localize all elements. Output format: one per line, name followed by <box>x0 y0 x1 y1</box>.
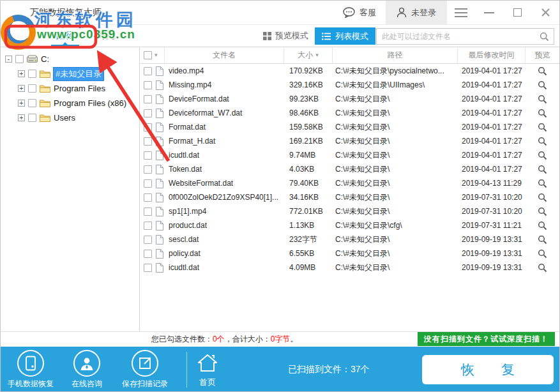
preview-magnifier-icon[interactable] <box>538 151 547 160</box>
table-row[interactable]: icudtl.dat 9.74MB C:\#未知父目录\ 2019-04-01 … <box>140 148 559 162</box>
tab-path[interactable]: 路径 <box>53 25 77 47</box>
tree-checkbox[interactable] <box>28 84 36 93</box>
app-title: 万能数据恢复大师 <box>30 7 102 19</box>
customer-service-button[interactable]: 客服 <box>333 1 386 24</box>
file-size: 99.23KB <box>284 94 333 103</box>
table-row[interactable]: video.mp4 170.92KB C:\#未知父目录\pysocialnet… <box>140 64 559 78</box>
col-header-name[interactable]: 文件名 <box>165 47 284 63</box>
maximize-button[interactable] <box>503 1 531 24</box>
select-all-checkbox[interactable] <box>144 51 152 59</box>
online-consult-button[interactable]: 在线咨询 <box>61 350 113 389</box>
table-row[interactable]: sp1[1].mp4 772.01KB C:\#未知父目录\ 2019-07-3… <box>140 204 559 218</box>
table-row[interactable]: Format_H.dat 169.21KB C:\#未知父目录\ 2019-04… <box>140 134 559 148</box>
tab-type[interactable]: 类型 <box>12 25 36 47</box>
tree-checkbox[interactable] <box>15 55 24 63</box>
preview-magnifier-icon[interactable] <box>538 235 547 245</box>
row-checkbox[interactable] <box>144 193 152 202</box>
search-icon[interactable] <box>540 32 549 41</box>
list-mode-button[interactable]: 列表模式 <box>315 27 375 45</box>
dropdown-caret-icon[interactable]: ▾ <box>155 52 158 58</box>
selection-summary: 您已勾选文件数：0个，合计大小：0字节。 <box>151 334 298 345</box>
tree-checkbox[interactable] <box>28 70 36 78</box>
hamburger-icon <box>455 8 467 17</box>
preview-magnifier-icon[interactable] <box>538 165 547 174</box>
file-icon <box>156 263 163 273</box>
file-name: icudtl.dat <box>165 151 284 160</box>
expand-expander-icon[interactable]: + <box>18 100 25 107</box>
file-icon <box>156 80 163 90</box>
file-icon <box>156 249 163 259</box>
preview-magnifier-icon[interactable] <box>538 94 547 104</box>
recover-button[interactable]: 恢 复 <box>422 355 554 384</box>
tree-checkbox[interactable] <box>28 99 36 107</box>
row-checkbox[interactable] <box>144 179 152 188</box>
file-size: 1.13KB <box>284 221 333 230</box>
preview-magnifier-icon[interactable] <box>538 80 547 90</box>
save-scan-record-button[interactable]: 保存扫描记录 <box>114 350 176 389</box>
table-row[interactable]: DeviceFormat.dat 99.23KB C:\#未知父目录\ 2019… <box>140 92 559 106</box>
col-header-modified[interactable]: 最后修改时间 <box>458 47 526 63</box>
expand-expander-icon[interactable]: + <box>18 85 25 92</box>
preview-magnifier-icon[interactable] <box>538 179 547 188</box>
table-row[interactable]: icudtl.dat 4.09MB C:\#未知父目录\ 2019-09-19 … <box>140 260 559 275</box>
row-checkbox[interactable] <box>144 67 152 75</box>
file-path: C:\#未知父目录\ <box>333 206 458 217</box>
table-row[interactable]: policy.dat 6.55KB C:\#未知父目录\ 2019-09-19 … <box>140 246 559 260</box>
row-checkbox[interactable] <box>144 81 152 89</box>
col-header-path[interactable]: 路径 <box>333 47 458 63</box>
deep-scan-button[interactable]: 没有扫描到文件？试试深度扫描！ <box>418 332 555 346</box>
row-checkbox[interactable] <box>144 236 152 244</box>
bottom-bar-divider <box>186 352 187 388</box>
home-button[interactable]: 首页 <box>192 354 223 388</box>
table-row[interactable]: product.dat 1.13KB C:\#未知父目录\cfg\ 2019-0… <box>140 218 559 232</box>
row-checkbox[interactable] <box>144 137 152 146</box>
file-path: C:\#未知父目录\cfg\ <box>333 220 458 231</box>
preview-magnifier-icon[interactable] <box>538 109 547 118</box>
preview-magnifier-icon[interactable] <box>538 263 547 273</box>
row-checkbox[interactable] <box>144 109 152 117</box>
tab-time[interactable]: 时间 <box>94 25 118 47</box>
preview-magnifier-icon[interactable] <box>538 221 547 230</box>
row-checkbox[interactable] <box>144 151 152 160</box>
table-row[interactable]: Format.dat 159.58KB C:\#未知父目录\ 2019-04-0… <box>140 120 559 134</box>
table-row[interactable]: Deviceformat_W7.dat 98.46KB C:\#未知父目录\ 2… <box>140 106 559 120</box>
row-checkbox[interactable] <box>144 222 152 230</box>
collapse-expander-icon[interactable]: - <box>5 56 12 63</box>
tree-checkbox[interactable] <box>28 114 36 122</box>
preview-magnifier-icon[interactable] <box>538 207 547 216</box>
row-checkbox[interactable] <box>144 123 152 132</box>
minimize-button[interactable] <box>475 1 503 24</box>
preview-magnifier-icon[interactable] <box>538 123 547 132</box>
tree-item-program-files-x86[interactable]: + Program Files (x86) <box>1 96 139 110</box>
row-checkbox[interactable] <box>144 95 152 103</box>
tree-item-users[interactable]: + Users <box>1 110 139 125</box>
preview-magnifier-icon[interactable] <box>538 137 547 146</box>
view-toolbar: 类型 路径 时间 预览模式 列表模式 <box>1 25 559 47</box>
file-icon <box>156 221 163 230</box>
phone-recovery-button[interactable]: 手机数据恢复 <box>2 350 59 389</box>
row-checkbox[interactable] <box>144 207 152 216</box>
close-button[interactable] <box>531 1 559 24</box>
filter-input[interactable] <box>377 29 540 44</box>
row-checkbox[interactable] <box>144 165 152 174</box>
table-row[interactable]: sescl.dat 232字节 C:\#未知父目录\ 2019-09-19 13… <box>140 232 559 246</box>
table-row[interactable]: 0f000ZolOekD21Zo9XSP40[1]... 34.16KB C:\… <box>140 190 559 204</box>
preview-magnifier-icon[interactable] <box>538 249 547 259</box>
col-header-size[interactable]: 大小▾ <box>284 47 333 63</box>
table-row[interactable]: Missing.mp4 329.16KB C:\#未知父目录\UIImages\… <box>140 78 559 92</box>
preview-magnifier-icon[interactable] <box>538 66 547 76</box>
file-path: C:\#未知父目录\ <box>333 164 458 175</box>
row-checkbox[interactable] <box>144 250 152 258</box>
preview-mode-button[interactable]: 预览模式 <box>263 25 308 47</box>
table-row[interactable]: Token.dat 4.03KB C:\#未知父目录\ 2019-04-01 1… <box>140 162 559 176</box>
preview-magnifier-icon[interactable] <box>538 193 547 202</box>
table-row[interactable]: WebsiteFormat.dat 79.40KB C:\#未知父目录\ 201… <box>140 176 559 190</box>
login-button[interactable]: 未登录 <box>386 1 447 24</box>
tree-item-program-files[interactable]: + Program Files <box>1 81 139 96</box>
tree-item-unknown-parent-dir[interactable]: + #未知父目录 <box>1 66 139 81</box>
expand-expander-icon[interactable]: + <box>18 70 25 77</box>
row-checkbox[interactable] <box>144 264 152 272</box>
tree-item-c-drive[interactable]: - C: <box>1 52 139 66</box>
menu-button[interactable] <box>447 1 475 24</box>
expand-expander-icon[interactable]: + <box>18 114 25 121</box>
